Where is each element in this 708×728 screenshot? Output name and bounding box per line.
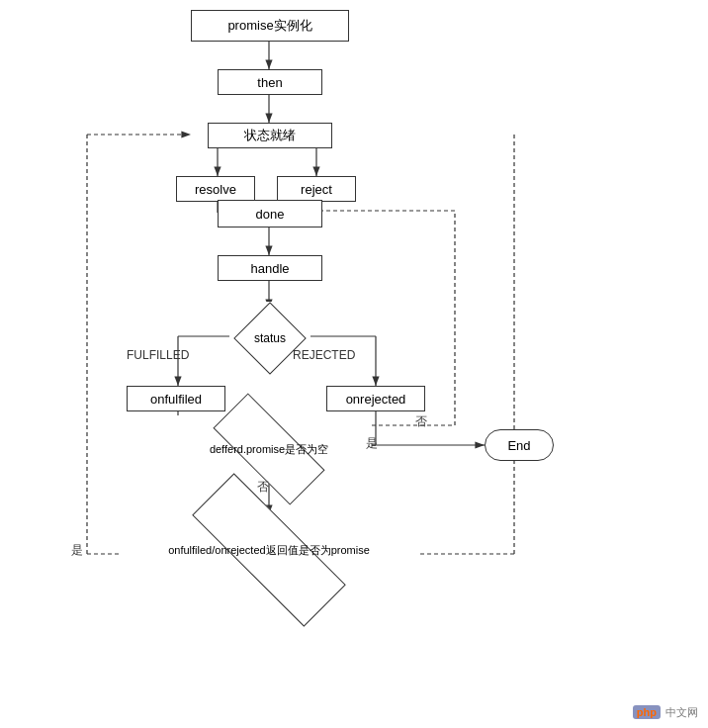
node-status: status xyxy=(229,302,310,375)
label-yes-left: 是 xyxy=(71,542,83,559)
node-then: then xyxy=(218,69,322,95)
node-promise-init: promise实例化 xyxy=(191,10,349,42)
php-logo: php 中文网 xyxy=(633,705,698,720)
node-return-check: onfulfiled/onrejected返回值是否为promise xyxy=(119,514,419,586)
node-onrejected: onrejected xyxy=(326,386,425,411)
flowchart: promise实例化 then 状态就绪 resolve reject done… xyxy=(0,0,708,728)
label-no-defferd: 否 xyxy=(257,479,269,496)
node-reject: reject xyxy=(277,176,356,202)
label-rejected: REJECTED xyxy=(293,348,355,362)
node-resolve: resolve xyxy=(176,176,255,202)
node-onfulfilled: onfulfiled xyxy=(127,386,225,411)
arrows-svg xyxy=(0,0,708,728)
node-state-ready: 状态就绪 xyxy=(208,123,332,148)
node-done: done xyxy=(218,200,322,228)
label-yes-defferd: 是 xyxy=(366,435,378,452)
node-defferd-check: defferd.promise是否为空 xyxy=(166,415,372,483)
node-end: End xyxy=(485,429,554,461)
label-no-done: 否 xyxy=(415,413,427,430)
label-fulfilled: FULFILLED xyxy=(127,348,189,362)
php-site-label: 中文网 xyxy=(665,706,698,718)
node-handle: handle xyxy=(218,255,322,281)
php-badge: php xyxy=(633,705,661,719)
